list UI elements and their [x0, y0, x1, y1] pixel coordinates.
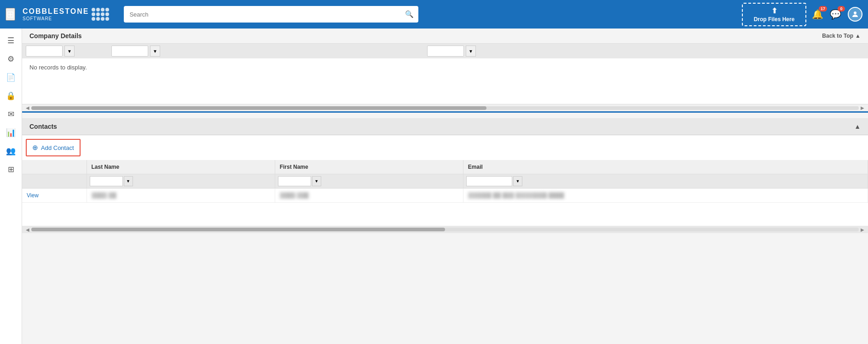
row-action-cell: View [22, 189, 87, 203]
plus-icon: ⊕ [32, 143, 38, 152]
no-records-message: No records to display. [22, 58, 868, 76]
row-lastname-cell: ████ ██ [87, 189, 275, 203]
logo: COBBLESTONE software [23, 7, 109, 21]
filter-email-input[interactable] [466, 176, 512, 186]
filter-email-btn[interactable]: ▼ [513, 176, 522, 186]
bottom-scrollbar-row: ◀ ▶ [22, 226, 868, 233]
filter-input-1[interactable] [26, 46, 63, 57]
scroll-right-icon[interactable]: ▶ [859, 105, 866, 110]
sidebar-item-menu[interactable]: ☰ [3, 32, 19, 49]
scrollbar-thumb-top [31, 106, 486, 110]
row-lastname-value: ████ ██ [92, 192, 116, 199]
filter-btn-3[interactable]: ▼ [466, 46, 476, 57]
scrollbar-track-top[interactable] [31, 106, 859, 110]
filter-email-cell: ▼ [463, 174, 868, 189]
logo-dots [92, 8, 109, 21]
table-row: View ████ ██ ████ ███ ██████ ██ ███ ████… [22, 189, 868, 203]
add-contact-button[interactable]: ⊕ Add Contact [26, 139, 81, 156]
notifications-button[interactable]: 🔔 17 [812, 9, 823, 20]
search-bar: 🔍 [124, 6, 418, 23]
sidebar: ☰ ⚙ 📄 🔒 ✉ 📊 👥 ⊞ [0, 29, 22, 344]
filter-cell-2: ▼ [111, 46, 160, 57]
add-contact-label: Add Contact [41, 144, 74, 151]
filter-cell-1: ▼ [26, 46, 75, 57]
contacts-section: Contacts ▲ ⊕ Add Contact Last Name First… [22, 118, 868, 233]
logo-cobblestone-text: COBBLESTONE [23, 7, 89, 16]
bottom-scroll-left-icon[interactable]: ◀ [24, 227, 31, 232]
view-link[interactable]: View [27, 192, 39, 199]
col-header-email: Email [463, 160, 868, 174]
user-avatar[interactable] [848, 7, 862, 22]
bottom-scrollbar-track[interactable] [31, 228, 859, 231]
filter-btn-2[interactable]: ▼ [150, 46, 160, 57]
topnav: ⊞ COBBLESTONE software 🔍 ⬆ Drop Files He… [0, 0, 868, 29]
sidebar-item-lock[interactable]: 🔒 [3, 87, 19, 104]
bottom-scroll-right-icon[interactable]: ▶ [859, 227, 866, 232]
messages-badge: 0 [838, 6, 845, 11]
search-input[interactable] [124, 6, 418, 23]
page-title: Company Details [29, 32, 82, 40]
search-icon[interactable]: 🔍 [405, 10, 414, 18]
top-scrollbar-row: ◀ ▶ [22, 104, 868, 111]
col-header-first-name: First Name [275, 160, 463, 174]
row-email-value: ██████ ██ ███ ████████ ████ [468, 192, 564, 199]
filter-input-2[interactable] [111, 46, 148, 57]
row-firstname-cell: ████ ███ [275, 189, 463, 203]
filter-firstname-btn[interactable]: ▼ [312, 176, 321, 186]
notifications-badge: 17 [819, 6, 827, 11]
filter-action-cell [22, 174, 87, 189]
collapse-icon[interactable]: ▲ [854, 123, 861, 130]
filter-input-3[interactable] [427, 46, 464, 57]
scroll-left-icon[interactable]: ◀ [24, 105, 31, 110]
sidebar-item-document[interactable]: 📄 [3, 69, 19, 86]
col-header-last-name: Last Name [87, 160, 275, 174]
contacts-table: Last Name First Name Email ▼ [22, 160, 868, 203]
main-layout: ☰ ⚙ 📄 🔒 ✉ 📊 👥 ⊞ Company Details Back to … [0, 29, 868, 344]
sidebar-item-email[interactable]: ✉ [3, 106, 19, 122]
messages-button[interactable]: 💬 0 [830, 9, 841, 20]
bottom-scrollbar-thumb [31, 228, 445, 231]
filter-firstname-input[interactable] [278, 176, 311, 186]
content-area: Company Details Back to Top ▲ ▼ ▼ ▼ [22, 29, 868, 344]
sidebar-item-settings[interactable]: ⚙ [3, 51, 19, 67]
back-to-top[interactable]: Back to Top ▲ [822, 33, 861, 39]
sidebar-item-grid[interactable]: ⊞ [3, 161, 19, 178]
section-header: Company Details Back to Top ▲ [22, 29, 868, 44]
table-filter-row: ▼ ▼ ▼ [22, 174, 868, 189]
sidebar-item-chart[interactable]: 📊 [3, 124, 19, 141]
filter-btn-1[interactable]: ▼ [64, 46, 75, 57]
top-table-filter-row: ▼ ▼ ▼ [22, 44, 868, 58]
contacts-title: Contacts [29, 123, 57, 130]
top-table-area: ▼ ▼ ▼ No records to display. ◀ ▶ [22, 44, 868, 113]
drop-files-button[interactable]: ⬆ Drop Files Here [742, 3, 806, 26]
filter-lastname-cell: ▼ [87, 174, 275, 189]
drop-files-label: Drop Files Here [754, 16, 795, 23]
filter-firstname-cell: ▼ [275, 174, 463, 189]
topnav-actions: 🔔 17 💬 0 [812, 7, 862, 22]
row-firstname-value: ████ ███ [280, 192, 309, 199]
upload-icon: ⬆ [771, 6, 777, 15]
filter-lastname-btn[interactable]: ▼ [124, 176, 133, 186]
col-header-action [22, 160, 87, 174]
sidebar-item-users[interactable]: 👥 [3, 143, 19, 159]
grid-menu-icon[interactable]: ⊞ [6, 8, 15, 21]
row-email-cell: ██████ ██ ███ ████████ ████ [463, 189, 868, 203]
contacts-header: Contacts ▲ [22, 118, 868, 135]
filter-cell-3: ▼ [427, 46, 476, 57]
filter-lastname-input[interactable] [90, 176, 123, 186]
svg-point-0 [854, 11, 856, 14]
back-to-top-icon: ▲ [855, 33, 861, 39]
logo-software-text: software [23, 16, 89, 22]
